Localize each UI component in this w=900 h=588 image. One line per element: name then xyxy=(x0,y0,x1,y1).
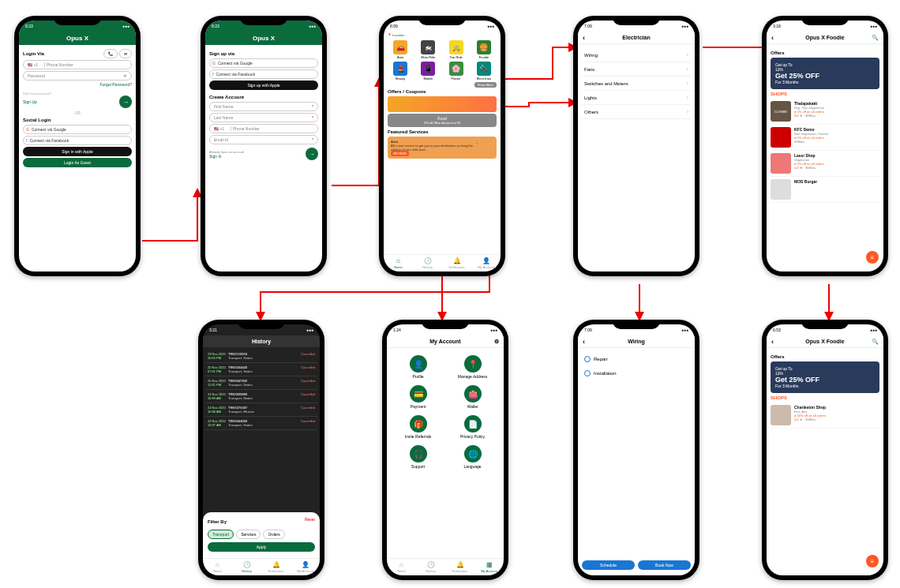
nav-notification[interactable]: 🔔Notification xyxy=(445,559,474,575)
shop-lassi[interactable]: Lassi ShopVegetarian● 5% off on all orde… xyxy=(771,151,879,177)
food-offer-card[interactable]: Food5% off, Max discount is 95 xyxy=(388,114,497,127)
apple-button[interactable]: Sign in with Apple xyxy=(23,147,132,156)
cat-taxi[interactable]: 🚕Taxi Ride xyxy=(444,40,469,59)
shop-kfc[interactable]: KFC DemoNon-Vegetarian, Snacks● 5% off o… xyxy=(771,125,879,151)
acct-language[interactable]: 🌐Language xyxy=(448,445,497,469)
account-grid: 👤Profile 📍Manage Address 💳Payment 👛Walle… xyxy=(391,352,500,472)
item-wiring[interactable]: Wiring› xyxy=(582,48,691,62)
shop-thalapakatti[interactable]: CLOSEDThalapakattiVeg · Non-Vegetarian● … xyxy=(771,99,879,125)
nav-history[interactable]: 🕑History xyxy=(416,559,445,575)
search-icon[interactable]: 🔍 xyxy=(872,339,879,345)
cat-moto[interactable]: 🏍Moto Ride xyxy=(415,40,441,59)
acct-address[interactable]: 📍Manage Address xyxy=(448,355,497,379)
cat-mobile[interactable]: 📱Mobile xyxy=(415,62,441,81)
gear-icon[interactable]: ⚙ xyxy=(494,339,499,345)
forgot-password-link[interactable]: Forgot Password? xyxy=(23,82,132,87)
nav-account[interactable]: ▦My Account xyxy=(474,559,504,575)
acct-wallet[interactable]: 👛Wallet xyxy=(448,385,497,409)
signin-link[interactable]: Sign In xyxy=(209,154,222,159)
signup-link[interactable]: Sign Up xyxy=(23,99,37,104)
eye-icon[interactable]: 👁 xyxy=(123,73,127,78)
lastname-input[interactable]: Last Name* xyxy=(209,113,318,122)
acct-payment[interactable]: 💳Payment xyxy=(394,385,442,409)
cat-electrician[interactable]: 🔌Electrician xyxy=(471,62,497,81)
nav-account[interactable]: 👤My Account xyxy=(471,255,501,272)
google-button[interactable]: GConnect via Google xyxy=(209,58,318,68)
history-row[interactable]: 23 Nov 202010:05 PMTRNX118018Transport, … xyxy=(205,350,317,363)
flow-diagram: 8:23●●● Opus X Login Via 📞✉ 🇺🇸 +1Phone N… xyxy=(0,0,900,588)
tab-transport[interactable]: Transport xyxy=(208,530,234,539)
promo-banner[interactable]: Get up To 12% Get 25% OFF For 3 Months xyxy=(771,361,879,393)
history-row[interactable]: 25 Nov 202012:01 PMTRNX647932Transport, … xyxy=(205,376,317,390)
nav-history[interactable]: 🕑History xyxy=(232,559,261,575)
page-header: ‹Opus X Foodie🔍 xyxy=(767,32,883,44)
acct-profile[interactable]: 👤Profile xyxy=(394,355,442,379)
back-icon[interactable]: ‹ xyxy=(583,34,585,42)
guest-button[interactable]: Login As Guest xyxy=(23,158,132,167)
back-icon[interactable]: ‹ xyxy=(583,338,585,346)
phone-foodie-filtered: 6:53●●● ‹Opus X Foodie🔍 Offers Get up To… xyxy=(762,320,888,580)
back-icon[interactable]: ‹ xyxy=(771,34,774,42)
tab-orders[interactable]: Orders xyxy=(263,530,284,539)
nav-notification[interactable]: 🔔Notification xyxy=(442,255,471,272)
search-icon[interactable]: 🔍 xyxy=(872,35,879,41)
offers-label: Offers xyxy=(771,354,879,359)
login-via-label: Login Via xyxy=(23,51,44,56)
nav-account[interactable]: 👤My Account xyxy=(291,559,320,575)
social-login-label: Social Login xyxy=(23,118,132,122)
shop-mos[interactable]: MOS Burger xyxy=(771,177,879,203)
history-row[interactable]: 20 Nov 202007:01 PMTRNX264420Transport, … xyxy=(205,363,317,376)
nav-notification[interactable]: 🔔Notification xyxy=(261,559,291,575)
acct-privacy[interactable]: 📄Privacy Policy xyxy=(448,415,497,439)
item-lights[interactable]: Lights› xyxy=(582,91,691,105)
password-input[interactable]: Password👁 xyxy=(23,71,132,81)
phone-foodie-list: 3:18●●● ‹Opus X Foodie🔍 Offers Get up To… xyxy=(762,16,888,276)
item-switches[interactable]: Switches and Meters› xyxy=(582,77,691,91)
promo-banner[interactable]: Get up To 12% Get 25% OFF For 3 Months xyxy=(771,58,879,89)
tab-services[interactable]: Services xyxy=(236,530,261,539)
item-others[interactable]: Others› xyxy=(582,105,691,119)
schedule-button[interactable]: Schedule xyxy=(582,560,635,570)
opt-repair[interactable]: Repair xyxy=(582,352,691,366)
back-icon[interactable]: ‹ xyxy=(771,338,774,346)
item-fans[interactable]: Fans› xyxy=(582,62,691,77)
show-more-button[interactable]: Show More xyxy=(474,82,497,88)
history-row[interactable]: 24 Nov 202010:37 AMTRNX644068Transport, … xyxy=(205,417,317,430)
facebook-button[interactable]: fConnect via Facebook xyxy=(209,69,318,79)
history-row[interactable]: 24 Nov 202010:36 AMTRNX276307Transport, … xyxy=(205,403,317,417)
phone-input[interactable]: 🇺🇸 +1Phone Number xyxy=(209,124,318,133)
phone-icon[interactable]: 📞 xyxy=(103,49,118,58)
cat-foodie[interactable]: 🍔Foodie xyxy=(471,40,497,59)
submit-fab[interactable]: → xyxy=(306,148,318,160)
cat-auto[interactable]: 🚗Auto xyxy=(388,40,413,59)
featured-auto-card[interactable]: AutoAll in one service to get you to you… xyxy=(388,137,497,159)
nav-home[interactable]: ⌂Home xyxy=(203,559,232,575)
nav-home[interactable]: ⌂Home xyxy=(384,255,413,272)
opt-installation[interactable]: Installation xyxy=(582,366,691,380)
nav-history[interactable]: 🕑History xyxy=(413,255,442,272)
reset-button[interactable]: Reset xyxy=(305,517,315,526)
bottom-nav: ⌂Home 🕑History 🔔Notification ▦My Account xyxy=(387,558,504,575)
cat-beauty[interactable]: 💄Beauty xyxy=(388,62,413,81)
history-row[interactable]: 24 Nov 202010:39 AMTRNX939490Transport, … xyxy=(205,390,317,403)
signup-fab[interactable]: → xyxy=(119,96,132,108)
offer-banner[interactable] xyxy=(388,96,497,112)
page-header: ‹Opus X Foodie🔍 xyxy=(767,335,883,348)
email-input[interactable]: Email Id* xyxy=(209,135,318,144)
mail-icon[interactable]: ✉ xyxy=(119,49,132,58)
google-button[interactable]: GConnect via Google xyxy=(23,125,132,134)
filter-fab[interactable]: ≡ xyxy=(866,251,879,264)
nav-home[interactable]: ⌂Home xyxy=(387,559,416,575)
cat-flower[interactable]: 🌸Flower xyxy=(444,62,469,81)
shop-charleston[interactable]: Charleston ShopFine dine● 10% off on all… xyxy=(771,403,879,429)
apply-button[interactable]: Apply xyxy=(208,542,315,552)
filter-fab[interactable]: ≡ xyxy=(866,555,879,567)
facebook-button[interactable]: fConnect via Facebook xyxy=(23,136,132,145)
acct-referrals[interactable]: 🎁Invite Referrals xyxy=(394,415,442,439)
apple-button[interactable]: Sign up with Apple xyxy=(209,81,318,90)
book-now-button[interactable]: Book Now xyxy=(638,560,691,570)
acct-support[interactable]: 🎧Support xyxy=(394,445,442,469)
location-label[interactable]: 📍 Location xyxy=(384,32,501,39)
phone-input[interactable]: 🇺🇸 +1Phone Number xyxy=(23,60,132,69)
firstname-input[interactable]: First Name* xyxy=(209,102,318,111)
